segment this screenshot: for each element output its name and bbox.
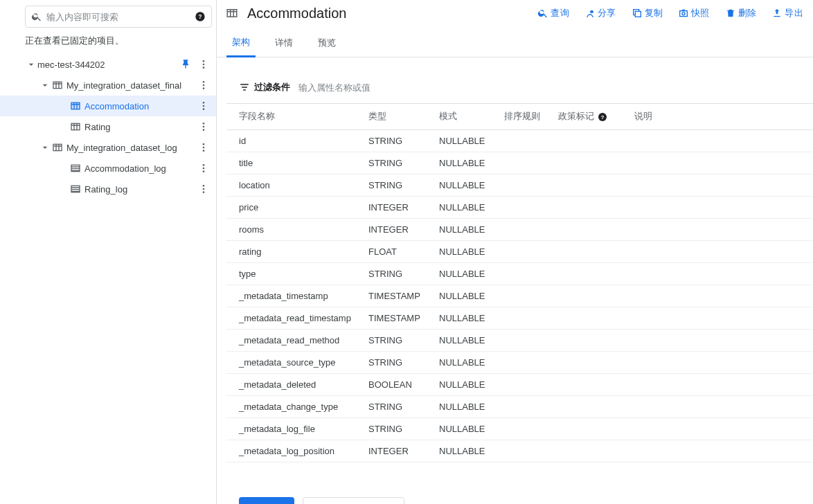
dataset-icon — [51, 80, 64, 91]
more-button[interactable] — [195, 77, 212, 93]
svg-rect-13 — [71, 123, 80, 129]
field-type: STRING — [361, 174, 432, 197]
field-mode: NULLABLE — [432, 219, 497, 241]
explorer-sidebar: ? 正在查看已固定的项目。 mec-test-344202 — [0, 0, 217, 504]
field-mode: NULLABLE — [432, 130, 497, 152]
edit-schema-button[interactable]: 修改架构 — [239, 497, 294, 504]
search-box[interactable]: ? — [25, 6, 212, 28]
pin-button[interactable] — [177, 56, 194, 73]
more-button[interactable] — [195, 118, 212, 135]
col-header-description[interactable]: 说明 — [627, 104, 813, 130]
schema-row[interactable]: idSTRINGNULLABLE — [226, 130, 813, 152]
tree-table-label: Rating_log — [84, 184, 195, 195]
tree-table-rating-log[interactable]: Rating_log — [0, 179, 216, 199]
field-collation — [497, 352, 551, 374]
tree-dataset-label: My_integration_dataset_final — [66, 80, 195, 91]
schema-row[interactable]: titleSTRINGNULLABLE — [226, 152, 813, 174]
svg-rect-30 — [635, 11, 641, 17]
schema-row[interactable]: priceINTEGERNULLABLE — [226, 197, 813, 219]
help-icon[interactable]: ? — [195, 11, 206, 22]
schema-content: 过滤条件 字段名称 类型 模式 排序规则 政策标记 ? — [217, 57, 813, 504]
chevron-down-icon[interactable] — [39, 142, 51, 153]
schema-row[interactable]: _metadata_log_fileSTRINGNULLABLE — [226, 418, 813, 440]
tree-dataset[interactable]: My_integration_dataset_log — [0, 137, 216, 158]
tab-bar: 架构 详情 预览 — [217, 29, 813, 57]
filter-label: 过滤条件 — [239, 81, 290, 93]
field-name: _metadata_read_timestamp — [226, 307, 361, 330]
table-icon — [224, 5, 240, 21]
table-title: Accommodation — [247, 6, 530, 21]
field-mode: NULLABLE — [432, 330, 497, 352]
dataset-icon — [51, 142, 64, 153]
search-input[interactable] — [46, 12, 190, 22]
field-name: price — [226, 197, 361, 219]
field-mode: NULLABLE — [432, 197, 497, 219]
svg-point-14 — [203, 123, 205, 125]
tree-project[interactable]: mec-test-344202 — [0, 54, 216, 75]
schema-row[interactable]: _metadata_read_timestampTIMESTAMPNULLABL… — [226, 307, 813, 330]
svg-point-28 — [203, 191, 205, 193]
chevron-down-icon[interactable] — [39, 80, 51, 91]
svg-point-24 — [203, 170, 205, 172]
delete-button[interactable]: 删除 — [725, 4, 757, 22]
snapshot-button[interactable]: 快照 — [678, 4, 710, 22]
schema-row[interactable]: typeSTRINGNULLABLE — [226, 263, 813, 285]
more-button[interactable] — [195, 98, 212, 114]
field-type: TIMESTAMP — [361, 307, 432, 330]
schema-row[interactable]: locationSTRINGNULLABLE — [226, 174, 813, 197]
tree-table-label: Rating — [84, 122, 195, 132]
svg-point-32 — [682, 12, 685, 15]
more-button[interactable] — [195, 139, 212, 156]
export-button[interactable]: 导出 — [771, 4, 803, 22]
tab-schema[interactable]: 架构 — [226, 29, 256, 57]
field-policy — [551, 152, 627, 174]
col-header-type[interactable]: 类型 — [361, 104, 432, 130]
tab-preview[interactable]: 预览 — [312, 29, 341, 57]
table-icon — [69, 121, 82, 132]
field-mode: NULLABLE — [432, 352, 497, 374]
tree-table-rating[interactable]: Rating — [0, 116, 216, 137]
field-description — [627, 396, 813, 418]
more-button[interactable] — [195, 160, 212, 177]
svg-rect-29 — [227, 10, 237, 17]
schema-row[interactable]: _metadata_log_positionINTEGERNULLABLE — [226, 440, 813, 462]
field-policy — [551, 219, 627, 241]
tab-details[interactable]: 详情 — [269, 29, 298, 57]
schema-row[interactable]: roomsINTEGERNULLABLE — [226, 219, 813, 241]
view-row-policy-button[interactable]: 查看行访问权限政策 — [303, 497, 404, 504]
schema-row[interactable]: _metadata_read_methodSTRINGNULLABLE — [226, 330, 813, 352]
filter-input[interactable] — [298, 82, 415, 93]
svg-point-10 — [203, 102, 205, 104]
field-type: INTEGER — [361, 197, 432, 219]
field-description — [627, 418, 813, 440]
col-header-collation[interactable]: 排序规则 — [497, 104, 551, 130]
query-button[interactable]: 查询 — [537, 4, 569, 22]
field-mode: NULLABLE — [432, 440, 497, 462]
chevron-down-icon[interactable] — [25, 59, 37, 70]
schema-row[interactable]: _metadata_source_typeSTRINGNULLABLE — [226, 352, 813, 374]
tree-table-accommodation[interactable]: Accommodation — [0, 96, 216, 116]
field-description — [627, 330, 813, 352]
schema-row[interactable]: _metadata_deletedBOOLEANNULLABLE — [226, 374, 813, 396]
col-header-name[interactable]: 字段名称 — [226, 104, 361, 130]
field-name: _metadata_timestamp — [226, 285, 361, 307]
field-policy — [551, 263, 627, 285]
field-policy — [551, 374, 627, 396]
svg-point-3 — [203, 64, 205, 66]
col-header-mode[interactable]: 模式 — [432, 104, 497, 130]
schema-row[interactable]: _metadata_timestampTIMESTAMPNULLABLE — [226, 285, 813, 307]
schema-row[interactable]: ratingFLOATNULLABLE — [226, 241, 813, 263]
schema-footer: 修改架构 查看行访问权限政策 — [239, 497, 813, 504]
tree-table-accommodation-log[interactable]: Accommodation_log — [0, 158, 216, 179]
svg-point-7 — [203, 84, 205, 87]
field-policy — [551, 440, 627, 462]
more-button[interactable] — [195, 181, 212, 197]
tree-dataset[interactable]: My_integration_dataset_final — [0, 75, 216, 96]
field-type: TIMESTAMP — [361, 285, 432, 307]
share-button[interactable]: 分享 — [584, 4, 616, 22]
more-button[interactable] — [195, 56, 212, 73]
schema-row[interactable]: _metadata_change_typeSTRINGNULLABLE — [226, 396, 813, 418]
col-header-policy[interactable]: 政策标记 ? — [551, 104, 627, 130]
copy-button[interactable]: 复制 — [632, 4, 663, 22]
help-icon[interactable]: ? — [597, 111, 608, 123]
